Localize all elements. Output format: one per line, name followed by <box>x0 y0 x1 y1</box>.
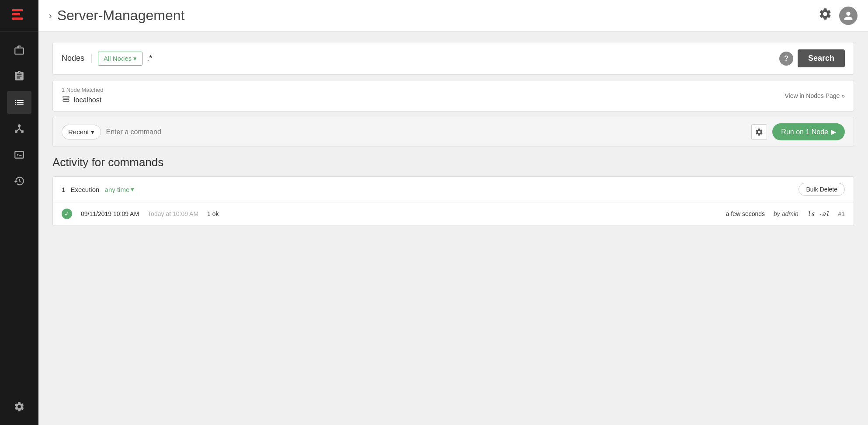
node-hostname-row: localhost <box>62 95 103 105</box>
command-input[interactable] <box>106 128 746 136</box>
cog-icon <box>14 401 25 412</box>
activity-date: 09/11/2019 10:09 AM <box>81 210 139 217</box>
sidebar-nav <box>0 31 38 395</box>
recent-arrow-icon: ▾ <box>91 128 94 136</box>
node-info: 1 Node Matched localhost <box>62 87 103 105</box>
sidebar-item-jobs[interactable] <box>7 65 31 87</box>
sidebar-item-commands[interactable] <box>7 91 31 114</box>
run-button[interactable]: Run on 1 Node ▶ <box>772 123 845 140</box>
briefcase-icon <box>14 44 25 56</box>
sidebar-bottom <box>7 395 31 425</box>
sidebar-item-terminal[interactable] <box>7 143 31 166</box>
dropdown-arrow-icon: ▾ <box>133 55 137 63</box>
topbar: › Server-Management <box>38 0 868 31</box>
logo-icon <box>11 7 27 24</box>
page-title: Server-Management <box>57 7 813 24</box>
activity-result: 1 ok <box>207 210 717 217</box>
anytime-arrow-icon: ▾ <box>131 185 134 193</box>
sidebar-item-deployments[interactable] <box>7 38 31 61</box>
play-icon: ▶ <box>831 128 836 136</box>
command-settings-button[interactable] <box>751 124 767 140</box>
main-area: › Server-Management Nodes All Nodes ▾ ? … <box>38 0 868 425</box>
svg-rect-2 <box>12 17 23 20</box>
activity-command[interactable]: ls -al <box>807 210 830 217</box>
exec-count: 1 <box>62 186 65 193</box>
exec-label <box>67 186 69 193</box>
sidebar-logo[interactable] <box>0 0 38 31</box>
exec-label2 <box>101 186 103 193</box>
hostname-text: localhost <box>74 96 101 104</box>
search-input-wrapper <box>147 54 775 63</box>
table-row: ✓ 09/11/2019 10:09 AM Today at 10:09 AM … <box>53 202 854 226</box>
sidebar-item-history[interactable] <box>7 170 31 192</box>
exec-label-text: Execution <box>71 186 100 193</box>
view-nodes-link[interactable]: View in Nodes Page » <box>785 92 845 99</box>
nodes-label: Nodes <box>62 54 92 63</box>
sidebar-item-nodes[interactable] <box>7 117 31 140</box>
content: Nodes All Nodes ▾ ? Search 1 Node Matche… <box>38 31 868 425</box>
sidebar-item-settings[interactable] <box>7 395 31 418</box>
command-section: Recent ▾ Run on 1 Node ▶ <box>52 117 854 147</box>
node-matched-section: 1 Node Matched localhost View in Nodes P… <box>52 80 854 111</box>
activity-duration: a few seconds <box>726 210 765 217</box>
activity-section: 1 Execution any time ▾ Bulk Delete ✓ 09/… <box>52 176 854 226</box>
server-icon <box>62 95 70 105</box>
network-icon <box>14 123 25 134</box>
settings-topbar-icon[interactable] <box>818 7 832 24</box>
svg-rect-1 <box>12 13 20 15</box>
bulk-delete-button[interactable]: Bulk Delete <box>799 183 845 196</box>
activity-relative-time: Today at 10:09 AM <box>148 210 198 217</box>
activity-title: Activity for commands <box>52 156 854 169</box>
topbar-icons <box>818 7 858 25</box>
status-ok-icon: ✓ <box>62 209 72 219</box>
activity-id: #1 <box>838 210 845 217</box>
anytime-dropdown[interactable]: any time ▾ <box>105 185 135 193</box>
activity-header: 1 Execution any time ▾ Bulk Delete <box>53 177 854 202</box>
clipboard-icon <box>14 70 25 82</box>
search-button[interactable]: Search <box>798 49 845 67</box>
terminal-icon <box>14 149 25 160</box>
recent-dropdown[interactable]: Recent ▾ <box>62 125 101 139</box>
node-matched-text: 1 Node Matched <box>62 87 103 93</box>
help-button[interactable]: ? <box>779 52 793 66</box>
list-icon <box>14 97 25 108</box>
breadcrumb-chevron[interactable]: › <box>49 10 52 21</box>
sidebar <box>0 0 38 425</box>
all-nodes-dropdown[interactable]: All Nodes ▾ <box>98 52 142 66</box>
activity-user: by admin <box>774 210 799 217</box>
search-input[interactable] <box>147 54 775 63</box>
ok-checkmark: ✓ <box>62 209 72 219</box>
execution-filter: 1 Execution any time ▾ <box>62 185 134 193</box>
search-section: Nodes All Nodes ▾ ? Search <box>52 42 854 75</box>
svg-rect-0 <box>12 9 23 11</box>
history-icon <box>14 175 25 187</box>
user-avatar[interactable] <box>839 7 858 25</box>
